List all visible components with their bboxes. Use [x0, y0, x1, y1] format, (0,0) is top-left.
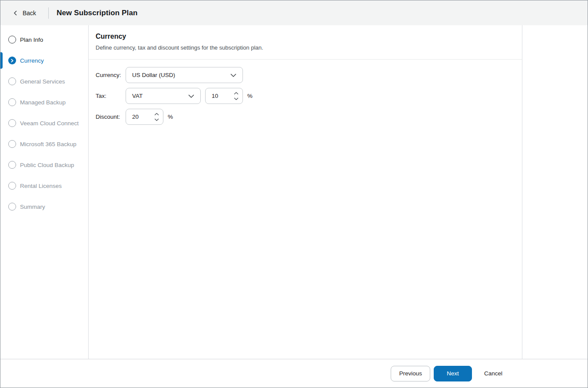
discount-label: Discount:	[96, 114, 126, 120]
step-state-icon	[8, 77, 16, 85]
currency-form: Currency: US Dollar (USD) Tax: V	[89, 60, 522, 137]
sidebar-item-plan-info[interactable]: Plan Info	[0, 29, 88, 50]
step-label: Veeam Cloud Connect	[20, 120, 79, 127]
right-gutter	[522, 25, 588, 359]
discount-row: Discount:	[96, 109, 515, 125]
step-state-icon	[8, 203, 16, 211]
sidebar-item-microsoft-365-backup[interactable]: Microsoft 365 Backup	[0, 134, 88, 154]
chevron-down-icon	[230, 71, 236, 79]
tax-type-select[interactable]: VAT	[126, 88, 201, 104]
sidebar-item-veeam-cloud-connect[interactable]: Veeam Cloud Connect	[0, 113, 88, 134]
step-label: Rental Licenses	[20, 183, 62, 189]
next-button[interactable]: Next	[434, 366, 472, 381]
sidebar-item-public-cloud-backup[interactable]: Public Cloud Backup	[0, 154, 88, 175]
header-divider	[48, 7, 49, 19]
tax-rate-spinner	[233, 88, 239, 104]
discount-percent-sign: %	[168, 114, 173, 120]
sidebar-item-general-services[interactable]: General Services	[0, 71, 88, 92]
previous-button[interactable]: Previous	[391, 366, 430, 381]
back-label: Back	[23, 10, 36, 17]
currency-row: Currency: US Dollar (USD)	[96, 67, 515, 83]
step-label: Managed Backup	[20, 99, 66, 106]
tax-label: Tax:	[96, 93, 126, 99]
step-state-icon	[8, 57, 16, 64]
currency-select[interactable]: US Dollar (USD)	[126, 67, 243, 83]
chevron-right-icon	[10, 59, 14, 63]
currency-label: Currency:	[96, 72, 126, 78]
wizard-footer: Previous Next Cancel	[0, 359, 588, 388]
step-state-icon	[8, 36, 16, 43]
step-state-icon	[8, 182, 16, 190]
tax-row: Tax: VAT	[96, 88, 515, 104]
step-description: Define currency, tax and discount settin…	[96, 44, 515, 51]
currency-step-panel: Currency Define currency, tax and discou…	[89, 25, 522, 359]
spinner-down-icon[interactable]	[153, 117, 159, 122]
discount-spinner	[153, 109, 159, 124]
step-state-icon	[8, 161, 16, 169]
step-heading: Currency	[96, 33, 515, 40]
wizard-header: Back New Subscription Plan	[0, 0, 588, 25]
step-label: Currency	[20, 57, 44, 64]
sidebar-item-summary[interactable]: Summary	[0, 196, 88, 217]
step-label: Plan Info	[20, 37, 43, 43]
tax-type-select-value: VAT	[132, 93, 143, 99]
tax-rate-field	[205, 88, 243, 104]
wizard-body: Plan Info Currency General Services	[0, 25, 588, 359]
cancel-button[interactable]: Cancel	[480, 366, 507, 381]
sidebar-item-rental-licenses[interactable]: Rental Licenses	[0, 175, 88, 196]
wizard-steps: Plan Info Currency General Services	[0, 25, 89, 359]
back-button[interactable]: Back	[11, 7, 38, 19]
new-subscription-plan-window: Back New Subscription Plan Plan Info	[0, 0, 588, 388]
step-header: Currency Define currency, tax and discou…	[89, 25, 522, 60]
step-state-icon	[8, 119, 16, 127]
chevron-left-icon	[13, 10, 18, 16]
spinner-down-icon[interactable]	[233, 97, 239, 101]
spinner-up-icon[interactable]	[153, 112, 159, 116]
step-state-icon	[8, 98, 16, 106]
tax-rate-input[interactable]	[206, 88, 228, 104]
sidebar-item-managed-backup[interactable]: Managed Backup	[0, 92, 88, 113]
discount-field	[126, 109, 163, 125]
step-label: General Services	[20, 78, 65, 85]
step-state-icon	[8, 140, 16, 148]
chevron-down-icon	[188, 92, 194, 100]
spinner-up-icon[interactable]	[233, 91, 239, 95]
discount-input[interactable]	[126, 109, 149, 124]
step-label: Summary	[20, 204, 45, 210]
currency-select-value: US Dollar (USD)	[132, 72, 175, 78]
step-label: Microsoft 365 Backup	[20, 141, 76, 147]
tax-percent-sign: %	[247, 93, 252, 99]
page-title: New Subscription Plan	[56, 9, 137, 17]
sidebar-item-currency[interactable]: Currency	[0, 50, 88, 71]
step-label: Public Cloud Backup	[20, 162, 74, 168]
